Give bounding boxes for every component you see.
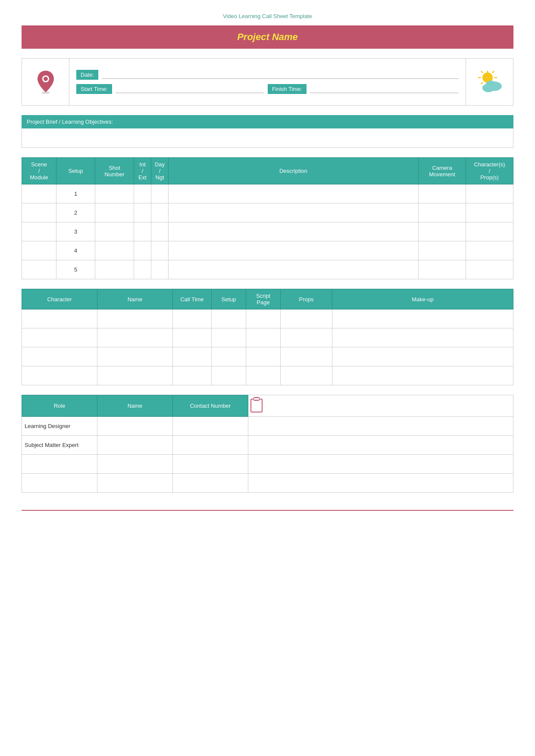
cast-props-4[interactable]	[281, 366, 332, 385]
crew-name-1[interactable]	[97, 417, 173, 436]
crew-extra-1[interactable]	[248, 417, 513, 436]
cast-character-2[interactable]	[22, 328, 97, 347]
cell-day-1[interactable]	[151, 184, 169, 203]
cell-int-3[interactable]	[134, 222, 151, 241]
crew-role-4[interactable]	[22, 474, 97, 493]
bottom-divider	[22, 510, 513, 511]
cell-camera-4[interactable]	[419, 241, 466, 260]
cell-camera-1[interactable]	[419, 184, 466, 203]
cell-day-4[interactable]	[151, 241, 169, 260]
cast-character-3[interactable]	[22, 347, 97, 366]
location-section	[22, 59, 69, 105]
cell-desc-3[interactable]	[169, 222, 419, 241]
cell-scene-3[interactable]	[22, 222, 56, 241]
cast-name-4[interactable]	[97, 366, 173, 385]
cast-makeup-2[interactable]	[332, 328, 513, 347]
table-row: 3	[22, 222, 513, 241]
cast-makeup-1[interactable]	[332, 309, 513, 328]
crew-contact-2[interactable]	[173, 436, 248, 455]
crew-contact-4[interactable]	[173, 474, 248, 493]
cell-desc-4[interactable]	[169, 241, 419, 260]
cast-makeup-3[interactable]	[332, 347, 513, 366]
crew-name-4[interactable]	[97, 474, 173, 493]
objectives-header: Project Brief / Learning Objectives:	[22, 115, 513, 128]
cell-shot-5[interactable]	[95, 260, 134, 279]
cell-int-5[interactable]	[134, 260, 151, 279]
cast-props-2[interactable]	[281, 328, 332, 347]
cast-name-2[interactable]	[97, 328, 173, 347]
cast-props-1[interactable]	[281, 309, 332, 328]
cell-camera-3[interactable]	[419, 222, 466, 241]
cell-int-2[interactable]	[134, 203, 151, 222]
table-row: Subject Matter Expert	[22, 436, 513, 455]
cast-setup-1[interactable]	[212, 309, 246, 328]
cast-scriptpage-2[interactable]	[246, 328, 281, 347]
cell-chars-1[interactable]	[466, 184, 513, 203]
cell-scene-5[interactable]	[22, 260, 56, 279]
cell-setup-2: 2	[56, 203, 95, 222]
crew-name-3[interactable]	[97, 455, 173, 474]
cell-shot-3[interactable]	[95, 222, 134, 241]
cell-chars-5[interactable]	[466, 260, 513, 279]
cell-shot-4[interactable]	[95, 241, 134, 260]
shot-col-int-ext: Int/Ext	[134, 158, 151, 184]
cast-calltime-4[interactable]	[173, 366, 212, 385]
crew-extra-4[interactable]	[248, 474, 513, 493]
cell-desc-5[interactable]	[169, 260, 419, 279]
crew-contact-3[interactable]	[173, 455, 248, 474]
cast-calltime-1[interactable]	[173, 309, 212, 328]
cast-props-3[interactable]	[281, 347, 332, 366]
cast-character-1[interactable]	[22, 309, 97, 328]
cell-setup-4: 4	[56, 241, 95, 260]
cast-setup-4[interactable]	[212, 366, 246, 385]
cast-name-3[interactable]	[97, 347, 173, 366]
table-row	[22, 347, 513, 366]
cell-chars-2[interactable]	[466, 203, 513, 222]
cast-name-1[interactable]	[97, 309, 173, 328]
table-row: 1	[22, 184, 513, 203]
objectives-body[interactable]	[22, 128, 513, 148]
cell-desc-2[interactable]	[169, 203, 419, 222]
cell-shot-2[interactable]	[95, 203, 134, 222]
cell-int-1[interactable]	[134, 184, 151, 203]
cell-day-3[interactable]	[151, 222, 169, 241]
cell-shot-1[interactable]	[95, 184, 134, 203]
crew-name-2[interactable]	[97, 436, 173, 455]
cast-setup-2[interactable]	[212, 328, 246, 347]
cell-chars-3[interactable]	[466, 222, 513, 241]
cell-chars-4[interactable]	[466, 241, 513, 260]
start-time-value[interactable]	[116, 85, 264, 93]
cast-setup-3[interactable]	[212, 347, 246, 366]
svg-line-10	[492, 71, 494, 73]
cell-day-2[interactable]	[151, 203, 169, 222]
cell-camera-2[interactable]	[419, 203, 466, 222]
cast-col-character: Character	[22, 289, 97, 309]
crew-extra-3[interactable]	[248, 455, 513, 474]
date-value[interactable]	[102, 71, 459, 79]
finish-time-label: Finish Time:	[268, 84, 307, 94]
cast-calltime-3[interactable]	[173, 347, 212, 366]
weather-section	[466, 59, 513, 105]
cell-camera-5[interactable]	[419, 260, 466, 279]
cell-day-5[interactable]	[151, 260, 169, 279]
cast-scriptpage-4[interactable]	[246, 366, 281, 385]
crew-role-3[interactable]	[22, 455, 97, 474]
cast-scriptpage-1[interactable]	[246, 309, 281, 328]
cell-int-4[interactable]	[134, 241, 151, 260]
cell-desc-1[interactable]	[169, 184, 419, 203]
cast-scriptpage-3[interactable]	[246, 347, 281, 366]
crew-contact-1[interactable]	[173, 417, 248, 436]
cast-calltime-2[interactable]	[173, 328, 212, 347]
cast-character-4[interactable]	[22, 366, 97, 385]
crew-col-role: Role	[22, 395, 97, 417]
cell-scene-2[interactable]	[22, 203, 56, 222]
cast-makeup-4[interactable]	[332, 366, 513, 385]
weather-icon	[475, 70, 505, 94]
cell-scene-1[interactable]	[22, 184, 56, 203]
cell-scene-4[interactable]	[22, 241, 56, 260]
cast-col-setup: Setup	[212, 289, 246, 309]
finish-time-value[interactable]	[310, 85, 459, 93]
table-row	[22, 455, 513, 474]
crew-extra-2[interactable]	[248, 436, 513, 455]
table-row: 4	[22, 241, 513, 260]
